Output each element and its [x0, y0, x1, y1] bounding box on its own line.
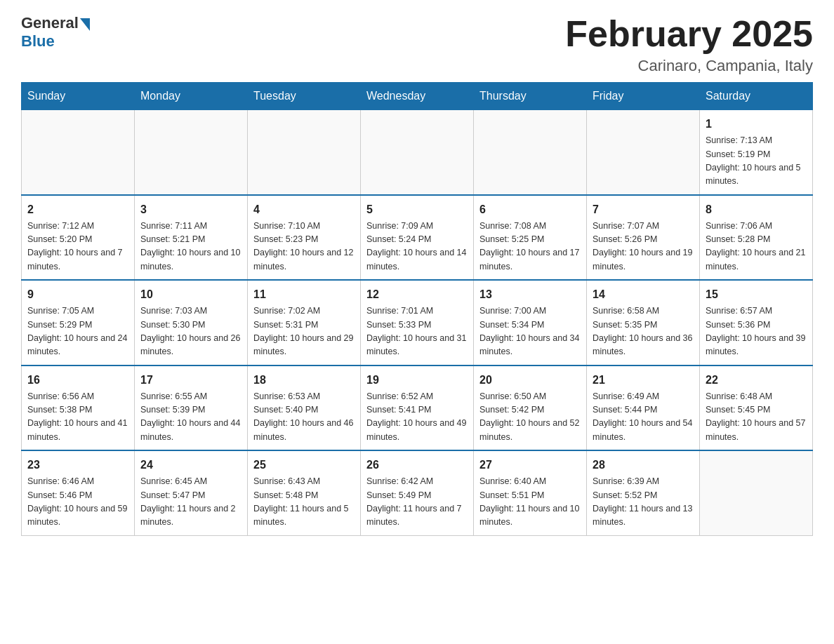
calendar-day-cell: 18Sunrise: 6:53 AMSunset: 5:40 PMDayligh… [248, 365, 361, 451]
calendar-day-cell: 28Sunrise: 6:39 AMSunset: 5:52 PMDayligh… [587, 450, 700, 535]
day-of-week-header: Monday [135, 83, 248, 110]
day-number: 3 [140, 201, 241, 218]
day-of-week-header: Wednesday [361, 83, 474, 110]
day-number: 15 [706, 286, 807, 303]
day-info: Sunrise: 7:10 AMSunset: 5:23 PMDaylight:… [253, 220, 355, 274]
day-number: 7 [593, 201, 694, 218]
calendar-day-cell [474, 110, 587, 195]
day-info: Sunrise: 7:09 AMSunset: 5:24 PMDaylight:… [366, 220, 468, 274]
day-number: 23 [27, 457, 128, 474]
day-number: 21 [593, 372, 694, 389]
calendar-day-cell: 12Sunrise: 7:01 AMSunset: 5:33 PMDayligh… [361, 280, 474, 365]
day-number: 12 [366, 286, 468, 303]
calendar-week-row: 16Sunrise: 6:56 AMSunset: 5:38 PMDayligh… [22, 365, 813, 451]
day-info: Sunrise: 6:49 AMSunset: 5:44 PMDaylight:… [593, 390, 694, 445]
day-info: Sunrise: 6:45 AMSunset: 5:47 PMDaylight:… [140, 475, 241, 530]
calendar-day-cell: 13Sunrise: 7:00 AMSunset: 5:34 PMDayligh… [474, 280, 587, 365]
calendar-day-cell [135, 110, 248, 195]
day-number: 27 [479, 457, 581, 474]
day-info: Sunrise: 6:52 AMSunset: 5:41 PMDaylight:… [366, 390, 468, 445]
calendar-day-cell: 6Sunrise: 7:08 AMSunset: 5:25 PMDaylight… [474, 195, 587, 281]
calendar-day-cell: 1Sunrise: 7:13 AMSunset: 5:19 PMDaylight… [700, 110, 813, 195]
calendar-day-cell: 26Sunrise: 6:42 AMSunset: 5:49 PMDayligh… [361, 450, 474, 535]
day-number: 13 [479, 286, 581, 303]
calendar-week-row: 2Sunrise: 7:12 AMSunset: 5:20 PMDaylight… [22, 195, 813, 281]
day-info: Sunrise: 7:08 AMSunset: 5:25 PMDaylight:… [479, 220, 581, 274]
day-info: Sunrise: 6:56 AMSunset: 5:38 PMDaylight:… [27, 390, 128, 445]
calendar-day-cell: 15Sunrise: 6:57 AMSunset: 5:36 PMDayligh… [700, 280, 813, 365]
calendar-day-cell: 5Sunrise: 7:09 AMSunset: 5:24 PMDaylight… [361, 195, 474, 281]
location-title: Carinaro, Campania, Italy [565, 57, 813, 75]
day-number: 25 [253, 457, 355, 474]
day-info: Sunrise: 7:12 AMSunset: 5:20 PMDaylight:… [27, 220, 128, 274]
calendar-day-cell: 14Sunrise: 6:58 AMSunset: 5:35 PMDayligh… [587, 280, 700, 365]
calendar-day-cell [22, 110, 135, 195]
calendar-day-cell [700, 450, 813, 535]
logo: General Blue [21, 14, 90, 51]
day-number: 5 [366, 201, 468, 218]
day-number: 26 [366, 457, 468, 474]
calendar-day-cell: 25Sunrise: 6:43 AMSunset: 5:48 PMDayligh… [248, 450, 361, 535]
day-info: Sunrise: 6:48 AMSunset: 5:45 PMDaylight:… [706, 390, 807, 445]
calendar-day-cell: 21Sunrise: 6:49 AMSunset: 5:44 PMDayligh… [587, 365, 700, 451]
day-info: Sunrise: 7:03 AMSunset: 5:30 PMDaylight:… [140, 304, 241, 359]
day-info: Sunrise: 7:02 AMSunset: 5:31 PMDaylight:… [253, 304, 355, 359]
day-info: Sunrise: 6:55 AMSunset: 5:39 PMDaylight:… [140, 390, 241, 445]
calendar-day-cell: 20Sunrise: 6:50 AMSunset: 5:42 PMDayligh… [474, 365, 587, 451]
title-block: February 2025 Carinaro, Campania, Italy [565, 14, 813, 75]
day-number: 20 [479, 372, 581, 389]
calendar-day-cell: 8Sunrise: 7:06 AMSunset: 5:28 PMDaylight… [700, 195, 813, 281]
calendar-day-cell: 9Sunrise: 7:05 AMSunset: 5:29 PMDaylight… [22, 280, 135, 365]
day-of-week-header: Tuesday [248, 83, 361, 110]
calendar-day-cell: 23Sunrise: 6:46 AMSunset: 5:46 PMDayligh… [22, 450, 135, 535]
day-info: Sunrise: 7:11 AMSunset: 5:21 PMDaylight:… [140, 220, 241, 274]
calendar-week-row: 9Sunrise: 7:05 AMSunset: 5:29 PMDaylight… [22, 280, 813, 365]
day-number: 18 [253, 372, 355, 389]
day-number: 17 [140, 372, 241, 389]
calendar-day-cell: 19Sunrise: 6:52 AMSunset: 5:41 PMDayligh… [361, 365, 474, 451]
calendar-day-cell: 2Sunrise: 7:12 AMSunset: 5:20 PMDaylight… [22, 195, 135, 281]
day-of-week-header: Saturday [700, 83, 813, 110]
logo-general: General [21, 14, 79, 32]
day-info: Sunrise: 6:58 AMSunset: 5:35 PMDaylight:… [593, 304, 694, 359]
calendar-day-cell: 24Sunrise: 6:45 AMSunset: 5:47 PMDayligh… [135, 450, 248, 535]
day-info: Sunrise: 7:06 AMSunset: 5:28 PMDaylight:… [706, 220, 807, 274]
day-of-week-header: Friday [587, 83, 700, 110]
page-header: General Blue February 2025 Carinaro, Cam… [21, 14, 813, 75]
calendar-table: SundayMondayTuesdayWednesdayThursdayFrid… [21, 82, 813, 536]
day-number: 1 [706, 116, 807, 133]
day-info: Sunrise: 7:07 AMSunset: 5:26 PMDaylight:… [593, 220, 694, 274]
calendar-day-cell: 7Sunrise: 7:07 AMSunset: 5:26 PMDaylight… [587, 195, 700, 281]
day-info: Sunrise: 7:05 AMSunset: 5:29 PMDaylight:… [27, 304, 128, 359]
day-info: Sunrise: 7:00 AMSunset: 5:34 PMDaylight:… [479, 304, 581, 359]
calendar-day-cell: 22Sunrise: 6:48 AMSunset: 5:45 PMDayligh… [700, 365, 813, 451]
day-of-week-header: Thursday [474, 83, 587, 110]
day-number: 14 [593, 286, 694, 303]
calendar-day-cell: 17Sunrise: 6:55 AMSunset: 5:39 PMDayligh… [135, 365, 248, 451]
day-info: Sunrise: 6:39 AMSunset: 5:52 PMDaylight:… [593, 475, 694, 530]
day-info: Sunrise: 6:42 AMSunset: 5:49 PMDaylight:… [366, 475, 468, 530]
day-number: 10 [140, 286, 241, 303]
day-number: 16 [27, 372, 128, 389]
day-info: Sunrise: 6:40 AMSunset: 5:51 PMDaylight:… [479, 475, 581, 530]
day-number: 19 [366, 372, 468, 389]
logo-arrow-icon [80, 18, 90, 31]
day-info: Sunrise: 7:01 AMSunset: 5:33 PMDaylight:… [366, 304, 468, 359]
day-number: 22 [706, 372, 807, 389]
day-number: 2 [27, 201, 128, 218]
calendar-header-row: SundayMondayTuesdayWednesdayThursdayFrid… [22, 83, 813, 110]
day-info: Sunrise: 6:57 AMSunset: 5:36 PMDaylight:… [706, 304, 807, 359]
calendar-day-cell: 16Sunrise: 6:56 AMSunset: 5:38 PMDayligh… [22, 365, 135, 451]
calendar-day-cell: 10Sunrise: 7:03 AMSunset: 5:30 PMDayligh… [135, 280, 248, 365]
day-number: 24 [140, 457, 241, 474]
logo-blue: Blue [21, 32, 55, 51]
day-of-week-header: Sunday [22, 83, 135, 110]
day-info: Sunrise: 6:46 AMSunset: 5:46 PMDaylight:… [27, 475, 128, 530]
day-number: 6 [479, 201, 581, 218]
calendar-day-cell [248, 110, 361, 195]
month-title: February 2025 [565, 14, 813, 54]
calendar-day-cell: 4Sunrise: 7:10 AMSunset: 5:23 PMDaylight… [248, 195, 361, 281]
day-info: Sunrise: 6:50 AMSunset: 5:42 PMDaylight:… [479, 390, 581, 445]
day-number: 4 [253, 201, 355, 218]
calendar-day-cell [361, 110, 474, 195]
